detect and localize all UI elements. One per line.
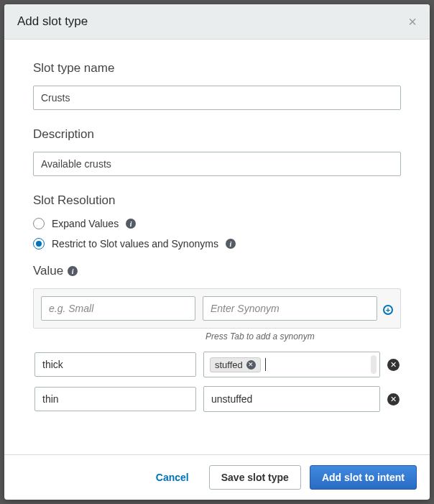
info-icon[interactable]: i	[68, 266, 78, 276]
slot-type-name-label: Slot type name	[33, 61, 401, 75]
synonyms-cell[interactable]: unstuffed	[203, 386, 380, 412]
value-cell[interactable]: thick	[34, 352, 196, 377]
new-synonym-field: +	[203, 296, 393, 321]
add-value-icon[interactable]: +	[382, 303, 394, 316]
resolution-radio-group: Expand Values i Restrict to Slot values …	[33, 218, 401, 249]
resolution-option-restrict[interactable]: Restrict to Slot values and Synonyms i	[33, 238, 401, 249]
synonyms-cell[interactable]: stuffed ✕	[203, 352, 380, 377]
save-slot-type-button[interactable]: Save slot type	[209, 465, 301, 490]
value-row: thick stuffed ✕ ✕	[33, 352, 401, 377]
modal-header: Add slot type ×	[4, 4, 430, 40]
token-text: stuffed	[215, 359, 243, 370]
new-value-input[interactable]	[41, 296, 195, 321]
remove-value-icon[interactable]: ✕	[387, 393, 400, 406]
value-label: Value i	[33, 264, 401, 278]
value-cell[interactable]: thin	[34, 387, 196, 411]
modal-title: Add slot type	[17, 14, 88, 29]
text-cursor	[265, 358, 266, 371]
add-slot-type-modal: Add slot type × Slot type name Descripti…	[4, 4, 430, 500]
slot-resolution-label: Slot Resolution	[33, 193, 401, 208]
value-row: thin unstuffed ✕	[33, 386, 401, 412]
resolution-option-expand[interactable]: Expand Values i	[33, 218, 401, 229]
info-icon[interactable]: i	[226, 239, 236, 249]
token-remove-icon[interactable]: ✕	[246, 360, 256, 370]
description-input[interactable]	[33, 152, 401, 176]
new-synonym-input[interactable]	[203, 296, 377, 321]
cancel-button[interactable]: Cancel	[144, 466, 200, 489]
radio-icon	[33, 238, 45, 249]
modal-footer: Cancel Save slot type Add slot to intent	[4, 454, 430, 500]
modal-body: Slot type name Description Slot Resoluti…	[4, 40, 430, 454]
radio-icon	[33, 218, 45, 229]
synonym-hint: Press Tab to add a synonym	[206, 331, 401, 342]
add-slot-to-intent-button[interactable]: Add slot to intent	[310, 465, 417, 490]
radio-label: Restrict to Slot values and Synonyms	[52, 238, 218, 249]
info-icon[interactable]: i	[126, 219, 136, 229]
description-label: Description	[33, 127, 401, 142]
radio-label: Expand Values	[52, 218, 119, 229]
remove-value-icon[interactable]: ✕	[387, 359, 400, 371]
synonym-text: unstuffed	[210, 391, 254, 407]
value-entry-row: +	[33, 288, 401, 329]
synonym-token: stuffed ✕	[210, 357, 261, 372]
slot-type-name-input[interactable]	[33, 86, 401, 110]
close-icon[interactable]: ×	[408, 14, 417, 29]
